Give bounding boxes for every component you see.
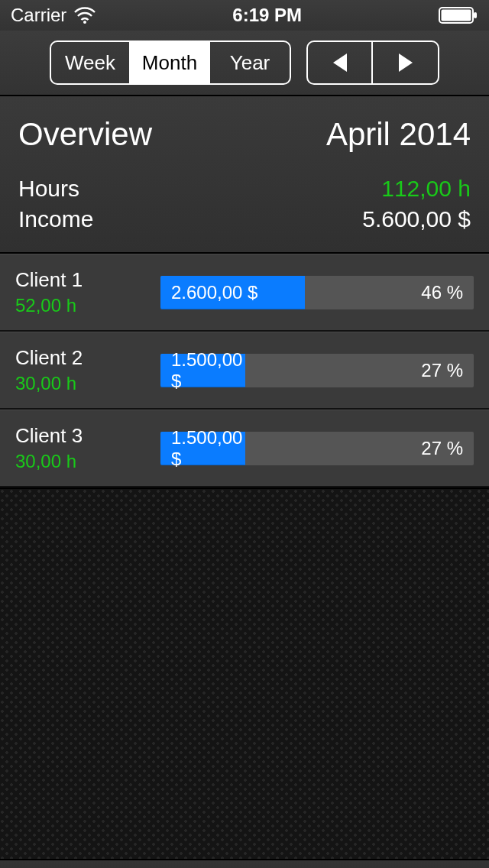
svg-rect-3 bbox=[474, 12, 477, 18]
income-value: 5.600,00 $ bbox=[362, 206, 471, 232]
segment-year[interactable]: Year bbox=[210, 42, 290, 83]
period-nav-control bbox=[306, 40, 439, 85]
client-pct: 27 % bbox=[421, 360, 463, 381]
client-row[interactable]: Client 3 30,00 h 1.500,00 $ 27 % bbox=[0, 410, 489, 487]
hours-value: 112,00 h bbox=[381, 176, 471, 202]
hours-label: Hours bbox=[18, 176, 79, 202]
triangle-left-icon bbox=[333, 53, 347, 72]
triangle-right-icon bbox=[399, 53, 413, 72]
status-time: 6:19 PM bbox=[232, 5, 302, 26]
tab-clients[interactable] bbox=[244, 860, 367, 868]
prev-period-button[interactable] bbox=[308, 42, 373, 83]
client-bar-fill: 1.500,00 $ bbox=[160, 432, 245, 465]
tab-bar bbox=[0, 859, 489, 868]
client-row[interactable]: Client 2 30,00 h 1.500,00 $ 27 % bbox=[0, 332, 489, 410]
period-segmented-control: Week Month Year bbox=[50, 40, 291, 85]
client-name: Client 2 bbox=[15, 346, 160, 370]
income-label: Income bbox=[18, 206, 93, 232]
client-name: Client 1 bbox=[15, 268, 160, 292]
overview-period: April 2014 bbox=[326, 116, 471, 153]
client-name: Client 3 bbox=[15, 424, 160, 448]
client-bar-fill: 2.600,00 $ bbox=[160, 276, 305, 309]
client-list: Client 1 52,00 h 2.600,00 $ 46 % Client … bbox=[0, 254, 489, 487]
client-hours: 30,00 h bbox=[15, 451, 160, 472]
tab-stats[interactable] bbox=[122, 860, 244, 868]
client-pct: 27 % bbox=[421, 438, 463, 459]
client-bar-fill: 1.500,00 $ bbox=[160, 354, 245, 387]
segment-week[interactable]: Week bbox=[51, 42, 131, 83]
segment-month[interactable]: Month bbox=[131, 42, 210, 83]
next-period-button[interactable] bbox=[373, 42, 438, 83]
client-row[interactable]: Client 1 52,00 h 2.600,00 $ 46 % bbox=[0, 254, 489, 332]
overview-panel: Overview April 2014 Hours 112,00 h Incom… bbox=[0, 96, 489, 254]
battery-icon bbox=[439, 7, 478, 24]
svg-point-0 bbox=[83, 21, 86, 24]
overview-title: Overview bbox=[18, 116, 152, 153]
tab-settings[interactable] bbox=[367, 860, 489, 868]
client-bar: 1.500,00 $ 27 % bbox=[160, 432, 474, 465]
client-pct: 46 % bbox=[421, 282, 463, 303]
nav-bar: Week Month Year bbox=[0, 31, 489, 96]
client-hours: 30,00 h bbox=[15, 373, 160, 394]
tab-transfers[interactable] bbox=[0, 860, 122, 868]
carrier-label: Carrier bbox=[11, 5, 66, 26]
wifi-icon bbox=[74, 7, 96, 24]
client-bar: 2.600,00 $ 46 % bbox=[160, 276, 474, 309]
status-bar: Carrier 6:19 PM bbox=[0, 0, 489, 31]
client-hours: 52,00 h bbox=[15, 295, 160, 316]
svg-rect-2 bbox=[441, 10, 471, 21]
client-bar: 1.500,00 $ 27 % bbox=[160, 354, 474, 387]
background-carbon bbox=[0, 487, 489, 859]
